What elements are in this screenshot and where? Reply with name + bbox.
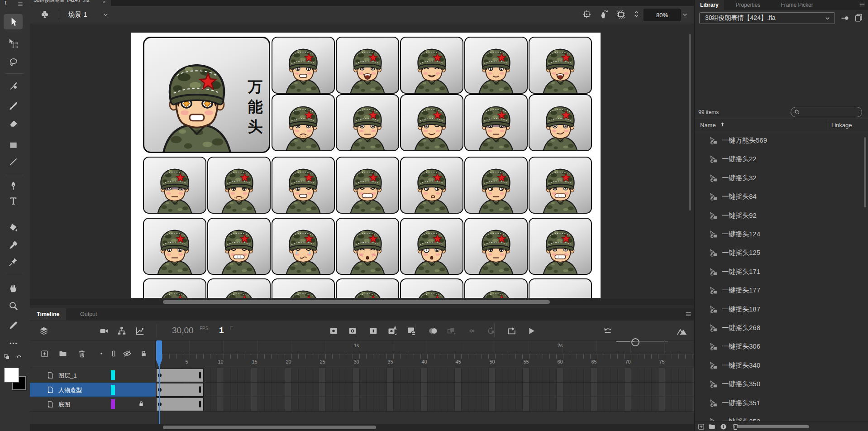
canvas-h-scrollbar[interactable]	[30, 299, 694, 305]
expression-cell-laugh[interactable]	[400, 37, 463, 94]
new-symbol-button[interactable]	[696, 422, 706, 431]
expression-cell-cry[interactable]	[272, 218, 335, 275]
expression-cell-calm[interactable]	[207, 278, 271, 298]
expression-cell-clench2[interactable]	[207, 218, 271, 275]
layers-panel-toggle-button[interactable]	[38, 325, 50, 337]
sort-ascending-icon[interactable]	[719, 121, 726, 128]
expression-cell-stubble2[interactable]	[207, 157, 271, 214]
expression-cell-calm[interactable]	[464, 278, 528, 298]
expression-cell-clench[interactable]	[336, 157, 399, 214]
loop-frames-button[interactable]	[485, 325, 497, 337]
tab-properties[interactable]: Properties	[730, 0, 766, 10]
zoom-level-field[interactable]: 80%	[644, 9, 681, 21]
new-folder-button[interactable]	[707, 422, 716, 431]
more-tools[interactable]	[4, 335, 23, 351]
pin-library-icon[interactable]	[840, 14, 849, 23]
insert-blank-keyframe-button[interactable]	[347, 325, 358, 337]
library-item[interactable]: 一键摇头352	[695, 413, 868, 421]
delete-item-button[interactable]	[731, 422, 740, 431]
library-v-scrollbar[interactable]	[864, 137, 866, 207]
modify-markers-button[interactable]	[466, 325, 477, 337]
library-item[interactable]: 一键摇头268	[695, 319, 868, 338]
expression-cell-stern[interactable]	[336, 94, 399, 151]
expression-cell-glare2[interactable]	[143, 157, 206, 214]
asset-warp-tool[interactable]	[4, 254, 23, 269]
expression-cell-blush[interactable]	[336, 218, 399, 275]
expression-cell-stubble[interactable]	[272, 94, 335, 151]
frame-span[interactable]	[156, 397, 204, 411]
zoom-dropdown-button[interactable]	[682, 11, 688, 18]
library-item[interactable]: 一键摇头171	[695, 263, 868, 282]
show-parent-view-button[interactable]	[96, 348, 107, 359]
tab-output[interactable]: Output	[73, 308, 104, 320]
graph-editor-button[interactable]	[134, 325, 146, 337]
frame-span[interactable]	[156, 383, 204, 397]
fps-value[interactable]: 30,00	[172, 326, 194, 335]
universal-head-cell[interactable]: 万能头	[143, 37, 270, 153]
library-item[interactable]: 一键万能头569	[695, 132, 868, 150]
library-item[interactable]: 一键摇头340	[695, 357, 868, 375]
free-transform-tool[interactable]	[4, 35, 23, 51]
expression-cell-shock[interactable]	[400, 218, 463, 275]
text-tool[interactable]	[4, 193, 23, 208]
swap-colors-control[interactable]	[4, 354, 27, 363]
canvas-v-scrollbar[interactable]	[689, 34, 691, 211]
fluid-brush-tool[interactable]	[4, 77, 23, 93]
scrollbar-thumb[interactable]	[163, 426, 376, 429]
scrollbar-thumb[interactable]	[737, 425, 809, 428]
outline-view-button[interactable]	[108, 348, 119, 359]
layer-outline-color[interactable]	[111, 370, 115, 380]
layer-outline-color[interactable]	[111, 399, 115, 409]
expression-cell-calm[interactable]	[143, 278, 206, 298]
zoom-stepper[interactable]	[632, 10, 641, 19]
add-layer-button[interactable]	[39, 348, 50, 359]
stage-canvas[interactable]: 万能头	[131, 33, 601, 298]
expression-cell-glare[interactable]	[464, 94, 528, 151]
add-folder-button[interactable]	[57, 348, 68, 359]
expression-cell-calm[interactable]	[336, 278, 399, 298]
expression-cell-rage[interactable]	[529, 157, 592, 214]
expression-cell-sideeye[interactable]	[464, 157, 528, 214]
pencil-tool[interactable]	[4, 317, 23, 333]
timeline-h-scrollbar[interactable]	[30, 424, 694, 431]
library-item[interactable]: 一键摇头22	[695, 150, 868, 169]
rotation-tool-button[interactable]	[598, 9, 609, 19]
edit-multiple-frames-button[interactable]	[445, 325, 457, 337]
tab-frame-picker[interactable]: Frame Picker	[775, 0, 818, 10]
expression-cell-empty[interactable]	[529, 278, 592, 298]
library-item[interactable]: 一键摇头350	[695, 375, 868, 394]
library-search-input[interactable]	[791, 107, 862, 117]
layer-outline-color[interactable]	[111, 385, 115, 395]
lock-all-layers-button[interactable]	[138, 348, 149, 359]
center-stage-button[interactable]	[582, 10, 591, 19]
zoom-fit-timeline-button[interactable]	[676, 325, 688, 337]
lasso-tool[interactable]	[4, 54, 23, 70]
expression-cell-winktear[interactable]	[272, 157, 335, 214]
hand-tool[interactable]	[4, 280, 23, 296]
eyedropper-tool[interactable]	[4, 237, 23, 253]
column-divider[interactable]	[827, 120, 827, 130]
loop-playback-button[interactable]	[506, 325, 517, 337]
layer-row-人物造型[interactable]: 人物造型	[30, 383, 156, 397]
expression-cell-grin[interactable]	[272, 37, 335, 94]
camera-button[interactable]	[98, 325, 110, 337]
expression-cell-laugh2[interactable]	[529, 37, 592, 94]
scrollbar-thumb[interactable]	[163, 300, 550, 304]
expression-cell-pout[interactable]	[400, 157, 463, 214]
library-item[interactable]: 一键摇头124	[695, 225, 868, 244]
column-header-name[interactable]: Name	[700, 122, 716, 129]
expression-cell-rage2[interactable]	[529, 218, 592, 275]
layer-row-图层_1[interactable]: 图层_1	[30, 368, 156, 383]
expression-cell-calm[interactable]	[272, 278, 335, 298]
rectangle-tool[interactable]	[4, 137, 23, 153]
frame-span[interactable]	[156, 369, 204, 382]
expression-cell-shout[interactable]	[336, 37, 399, 94]
hamburger-menu-icon[interactable]	[858, 1, 866, 8]
eraser-tool[interactable]	[4, 115, 23, 130]
insert-keyframe-button[interactable]	[328, 325, 339, 337]
library-item[interactable]: 一键摇头306	[695, 338, 868, 356]
expression-cell-smirk[interactable]	[529, 94, 592, 151]
show-parenting-button[interactable]	[116, 325, 128, 337]
document-tab[interactable]: 30组俊朗表情【424】.fla ×	[30, 0, 111, 6]
current-frame-value[interactable]: 1	[219, 326, 224, 335]
